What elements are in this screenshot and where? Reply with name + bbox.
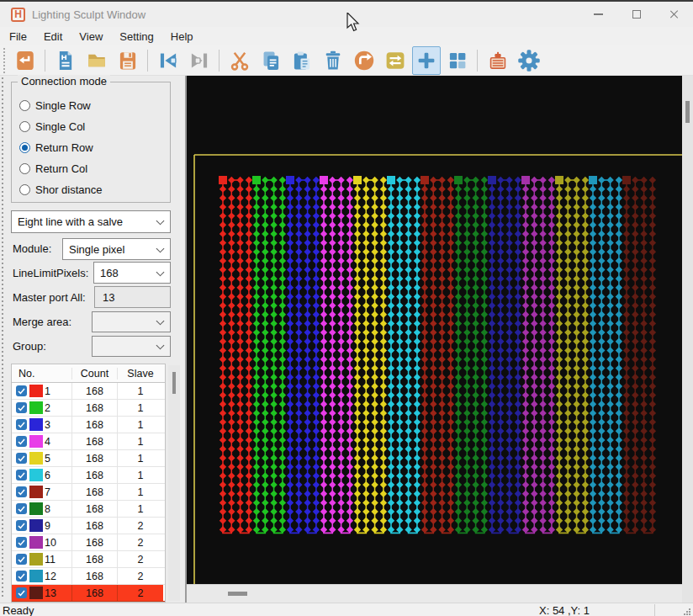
port-color-swatch [29, 385, 43, 397]
port-checkbox[interactable] [16, 486, 27, 497]
maximize-button[interactable] [617, 2, 655, 27]
slave-cell: 1 [118, 467, 163, 483]
radio-label: Single Row [35, 99, 91, 112]
merge-area-combo[interactable] [92, 311, 171, 332]
pixel-canvas[interactable] [187, 76, 682, 603]
port-checkbox[interactable] [16, 453, 27, 464]
radio-return-col[interactable]: Return Col [19, 160, 87, 177]
radio-shor-distance[interactable]: Shor distance [19, 181, 103, 198]
crosshair-tool-button[interactable] [412, 46, 441, 75]
table-row-port-2[interactable]: 21681 [12, 400, 165, 417]
port-6-strip [387, 176, 421, 534]
column-header-no: No. [12, 368, 72, 380]
port-checkbox[interactable] [16, 503, 27, 514]
port-checkbox[interactable] [16, 385, 27, 396]
module-combo-value: Single pixel [69, 243, 125, 256]
master-port-field[interactable]: 13 [94, 286, 171, 308]
table-row-port-8[interactable]: 81681 [12, 501, 165, 518]
redo-button[interactable] [350, 46, 378, 75]
horizontal-scrollbar-thumb[interactable] [228, 592, 247, 596]
port-checkbox[interactable] [16, 520, 27, 531]
burn-button[interactable] [484, 46, 512, 75]
table-row-port-4[interactable]: 41681 [12, 433, 165, 450]
check-icon [18, 506, 25, 512]
table-row-port-1[interactable]: 11681 [12, 383, 165, 400]
port-checkbox[interactable] [16, 571, 27, 581]
group-combo[interactable] [92, 336, 171, 357]
port-checkbox[interactable] [16, 470, 27, 481]
port-table-body: 1168121681316814168151681616817168181681… [12, 383, 165, 602]
exit-button[interactable] [11, 46, 40, 75]
menu-file[interactable]: File [1, 29, 35, 45]
radio-return-row[interactable]: Return Row [19, 139, 93, 156]
delete-button[interactable] [319, 46, 347, 75]
tiles-tool-button[interactable] [443, 46, 472, 75]
check-icon [18, 556, 25, 563]
menu-help[interactable]: Help [162, 29, 202, 45]
port-checkbox[interactable] [16, 537, 27, 548]
status-separator [654, 604, 655, 616]
canvas-horizontal-scrollbar[interactable] [187, 584, 682, 603]
toolbar-separator [147, 50, 148, 72]
table-row-port-13[interactable]: 131682 [12, 585, 165, 602]
settings-button[interactable] [515, 46, 543, 75]
table-row-port-10[interactable]: 101682 [12, 534, 165, 551]
cut-button[interactable] [225, 46, 254, 75]
close-button[interactable] [655, 2, 693, 27]
port-12-strip [589, 176, 622, 534]
minimize-button[interactable] [579, 2, 617, 27]
table-row-port-3[interactable]: 31681 [12, 417, 165, 433]
menu-setting[interactable]: Setting [111, 29, 161, 45]
port-number: 3 [45, 419, 50, 431]
wiring-combo[interactable]: Eight line with a salve [11, 210, 171, 233]
port-color-swatch [29, 519, 43, 532]
table-row-port-12[interactable]: 121682 [12, 568, 165, 585]
go-last-button[interactable] [185, 46, 214, 75]
port-checkbox[interactable] [16, 587, 27, 598]
port-checkbox[interactable] [16, 402, 27, 413]
panel-scrollbar-thumb[interactable] [172, 372, 176, 394]
chevron-down-icon [156, 268, 165, 276]
port-checkbox[interactable] [16, 554, 27, 565]
port-number: 12 [45, 571, 56, 582]
go-first-button[interactable] [154, 46, 183, 75]
port-3-strip [286, 176, 320, 534]
panel-scrollbar[interactable] [168, 365, 180, 601]
port-5-strip [353, 176, 387, 534]
slave-cell: 2 [118, 568, 163, 584]
port-color-swatch [29, 435, 43, 448]
radio-single-col[interactable]: Single Col [19, 118, 85, 135]
line-limit-combo[interactable]: 168 [93, 262, 171, 284]
vertical-scrollbar-thumb[interactable] [685, 101, 690, 123]
burn-icon [487, 50, 509, 72]
canvas-vertical-scrollbar[interactable] [682, 76, 693, 603]
chevron-down-icon [156, 244, 165, 252]
radio-label: Shor distance [35, 183, 103, 196]
port-cell: 8 [12, 501, 72, 517]
radio-single-row[interactable]: Single Row [19, 97, 91, 114]
toolbar-separator [477, 50, 478, 72]
port-checkbox[interactable] [16, 419, 27, 430]
line-limit-combo-value: 168 [100, 267, 119, 279]
open-button[interactable] [82, 46, 111, 75]
table-row-port-5[interactable]: 51681 [12, 450, 165, 467]
table-row-port-9[interactable]: 91682 [12, 518, 165, 534]
swap-button[interactable] [381, 46, 410, 75]
port-checkbox[interactable] [16, 436, 27, 447]
toolbar-grip[interactable] [3, 48, 6, 73]
panel-grip[interactable] [2, 77, 5, 599]
port-8-strip [454, 176, 488, 534]
table-row-port-11[interactable]: 111682 [12, 551, 165, 568]
paste-button[interactable] [288, 46, 316, 75]
table-row-port-7[interactable]: 71681 [12, 484, 165, 501]
port-cell: 5 [12, 450, 72, 466]
table-row-port-6[interactable]: 61681 [12, 467, 165, 484]
cut-icon [229, 50, 251, 72]
module-combo[interactable]: Single pixel [62, 238, 171, 260]
save-button[interactable] [114, 46, 142, 75]
new-file-button[interactable] [51, 46, 80, 75]
menu-view[interactable]: View [71, 29, 111, 45]
copy-button[interactable] [257, 46, 285, 75]
resize-grip-icon[interactable] [683, 608, 691, 616]
menu-edit[interactable]: Edit [35, 29, 71, 45]
